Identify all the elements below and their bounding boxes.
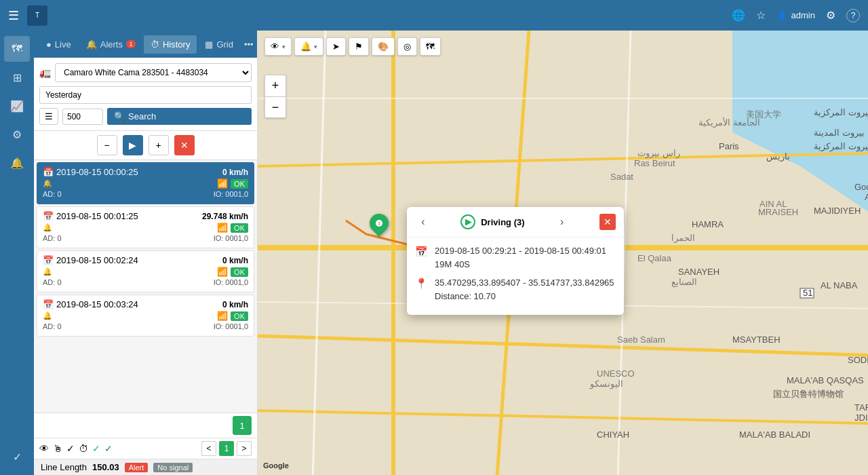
rail-check-item[interactable]: ✓	[4, 444, 30, 470]
user-label: admin	[791, 10, 815, 20]
panel-controls: 🚛 Camaro White Cama 283501 - 4483034 Yes…	[34, 58, 257, 131]
search-icon: 🔍	[114, 111, 125, 121]
filter-next-button[interactable]: >	[237, 441, 252, 456]
eye-filter-icon[interactable]: 👁	[39, 443, 49, 454]
cursor-filter-icon[interactable]: 🖱	[53, 443, 62, 454]
eye-tool-button[interactable]: 👁 ▾	[264, 37, 292, 56]
date-select[interactable]: Yesterday	[39, 86, 252, 104]
count-input[interactable]	[62, 109, 103, 125]
popup-next-button[interactable]: ›	[554, 214, 570, 230]
bell-icon: 🔔	[43, 179, 52, 188]
record-item[interactable]: 📅 2019-08-15 00:01:25 29.748 km/h 🔔 📶 OK…	[37, 206, 254, 248]
tab-live[interactable]: ● Live	[39, 35, 78, 54]
rail-grid-item[interactable]: ⊞	[4, 64, 30, 90]
tab-more-icon[interactable]: •••	[241, 37, 256, 52]
svg-text:اليونسكو: اليونسكو	[589, 379, 623, 390]
status-bar: Line Length 150.03 Alert No signal	[34, 459, 257, 475]
record-speed: 0 km/h	[222, 300, 248, 309]
minus-button[interactable]: −	[97, 135, 117, 155]
date-select-row: Yesterday	[39, 86, 252, 104]
popup-prev-button[interactable]: ‹	[415, 214, 431, 230]
svg-text:AL NABA: AL NABA	[821, 280, 858, 290]
layers-icon: 🗺	[426, 41, 435, 52]
record-datetime: 2019-08-15 00:01:25	[56, 211, 138, 221]
rail-chart-item[interactable]: 📈	[4, 93, 30, 119]
rail-settings-item[interactable]: ⚙	[4, 121, 30, 147]
list-toggle-button[interactable]: ☰	[39, 108, 58, 125]
popup-title-text: Driving (3)	[481, 217, 524, 227]
flag-tool-button[interactable]: ⚑	[349, 37, 369, 56]
logo-area: T	[27, 5, 732, 26]
popup-coords: 35.470295,33.895407 - 35.514737,33.84296…	[435, 278, 614, 288]
line-length-value: 150.03	[92, 462, 119, 472]
record-io: IO: 0001,0	[214, 278, 248, 286]
blue-check-icon[interactable]: ✓	[104, 443, 113, 454]
zoom-out-button[interactable]: −	[264, 96, 286, 118]
pagination-row: 1	[34, 413, 257, 438]
calendar-icon: 📅	[43, 299, 54, 309]
record-item[interactable]: 📅 2019-08-15 00:02:24 0 km/h 🔔 📶 OK AD: …	[37, 250, 254, 292]
play-button[interactable]: ▶	[123, 135, 143, 155]
grid-icon: ▦	[205, 39, 213, 50]
signal-bars-icon: 📶	[217, 178, 228, 189]
bell-tool-button[interactable]: 🔔 ▾	[294, 37, 323, 56]
timer-filter-icon[interactable]: ⏱	[79, 443, 88, 454]
page-1-button[interactable]: 1	[233, 416, 252, 435]
star-icon[interactable]: ☆	[756, 9, 766, 22]
locate-icon: ◎	[403, 41, 411, 52]
alerts-badge: 1	[126, 40, 136, 48]
close-playback-button[interactable]: ✕	[174, 135, 195, 155]
tab-live-label: Live	[55, 39, 71, 50]
map-toolbar: 👁 ▾ 🔔 ▾ ➤ ⚑ 🎨 ◎	[264, 37, 441, 56]
ok-badge: OK	[231, 267, 248, 277]
search-button[interactable]: 🔍 Search	[107, 108, 252, 125]
rail-map-item[interactable]: 🗺	[4, 36, 30, 62]
records-list: 📅 2019-08-15 00:00:25 0 km/h 🔔 📶 OK AD: …	[34, 160, 257, 413]
tab-alerts[interactable]: 🔔 Alerts 1	[79, 35, 142, 54]
plus-button[interactable]: +	[149, 135, 169, 155]
navbar: ☰ T 🌐 ☆ 👤 admin ⚙ ?	[0, 0, 868, 31]
popup-close-button[interactable]: ✕	[599, 214, 616, 230]
help-icon[interactable]: ?	[846, 9, 860, 22]
tab-grid[interactable]: ▦ Grid	[198, 35, 240, 54]
record-datetime: 2019-08-15 00:02:24	[56, 255, 138, 265]
palette-tool-button[interactable]: 🎨	[372, 37, 395, 56]
zoom-controls: + −	[264, 75, 286, 118]
rail-alert-item[interactable]: 🔔	[4, 150, 30, 176]
bell-icon: 🔔	[43, 223, 52, 232]
record-speed: 0 km/h	[222, 168, 248, 177]
popup-title: ▶ Driving (3)	[460, 214, 524, 229]
popup-header: ‹ ▶ Driving (3) › ✕	[407, 207, 624, 238]
settings-icon[interactable]: ⚙	[826, 9, 835, 22]
user-menu[interactable]: 👤 admin	[776, 10, 815, 20]
bell-icon: 🔔	[43, 311, 52, 320]
ok-badge: OK	[231, 179, 248, 189]
arrow-tool-button[interactable]: ➤	[326, 37, 346, 56]
record-item[interactable]: 📅 2019-08-15 00:00:25 0 km/h 🔔 📶 OK AD: …	[37, 162, 254, 204]
device-select[interactable]: Camaro White Cama 283501 - 4483034	[55, 63, 252, 82]
signal-bars-icon: 📶	[217, 223, 228, 233]
translate-icon[interactable]: 🌐	[732, 9, 745, 22]
hamburger-icon[interactable]: ☰	[8, 8, 19, 23]
popup-datetime-row: 📅 2019-08-15 00:29:21 - 2019-08-15 00:49…	[415, 244, 616, 271]
record-ad: AD: 0	[43, 234, 62, 242]
location-popup-icon: 📍	[415, 278, 428, 290]
popup-distance-value: 10.70	[474, 291, 496, 301]
record-item[interactable]: 📅 2019-08-15 00:03:24 0 km/h 🔔 📶 OK AD: …	[37, 294, 254, 337]
zoom-in-button[interactable]: +	[264, 75, 286, 96]
signal-bars-icon: 📶	[217, 311, 228, 321]
svg-text:MALA'AB QASQAS: MALA'AB QASQAS	[787, 375, 864, 385]
live-icon: ●	[46, 39, 52, 50]
tab-history[interactable]: ⏱ History	[144, 35, 197, 54]
record-ad: AD: 0	[43, 278, 62, 286]
tab-grid-label: Grid	[216, 39, 233, 50]
layers-tool-button[interactable]: 🗺	[420, 37, 441, 56]
svg-text:الصنايع: الصنايع	[671, 277, 697, 288]
check-filter-icon[interactable]: ✓	[66, 443, 75, 454]
calendar-icon: 📅	[43, 255, 54, 265]
filter-prev-button[interactable]: <	[201, 441, 216, 456]
green-check-icon[interactable]: ✓	[92, 443, 100, 454]
svg-text:الحمرا: الحمرا	[671, 233, 695, 244]
popup-body: 📅 2019-08-15 00:29:21 - 2019-08-15 00:49…	[407, 238, 624, 315]
locate-tool-button[interactable]: ◎	[397, 37, 417, 56]
